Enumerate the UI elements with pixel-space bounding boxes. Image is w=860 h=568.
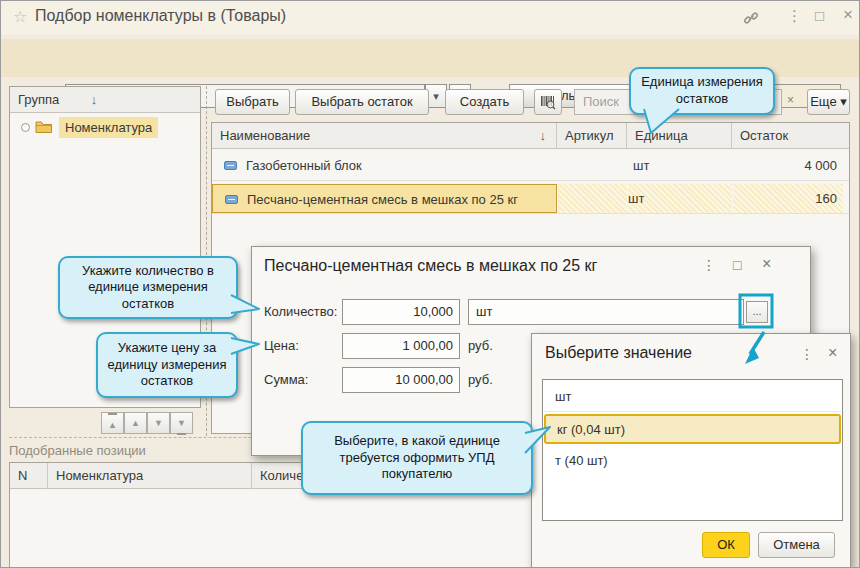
column-name-label: Наименование — [220, 128, 310, 143]
window-menu-kebab-icon[interactable]: ⋮ — [787, 7, 802, 25]
price-currency-label: руб. — [468, 333, 493, 359]
move-top-icon: ▲ — [108, 413, 117, 435]
price-input[interactable]: 1 000,00 — [342, 333, 460, 359]
move-bottom-button[interactable]: ▼ — [170, 412, 193, 434]
picked-positions-title: Подобранные позиции — [9, 443, 146, 458]
sum-label: Сумма: — [264, 367, 308, 393]
window-close-icon[interactable]: × — [843, 5, 853, 25]
column-unit-label: Единица — [635, 128, 688, 143]
unit-options-list: шт кг (0,04 шт) т (40 шт) — [542, 379, 843, 521]
dialog-close-icon[interactable]: × — [762, 255, 771, 273]
chevron-down-icon: ▾ — [433, 90, 439, 102]
move-bottom-icon: ▼ — [177, 413, 186, 435]
selected-name-cell: Песчано-цементная смесь в мешках по 25 к… — [212, 184, 557, 213]
column-article-label: Артикул — [565, 128, 613, 143]
picked-column-nomenclature[interactable]: Номенклатура — [48, 463, 252, 489]
cell-unit: шт — [633, 151, 732, 180]
select-button[interactable]: Выбрать — [215, 89, 290, 115]
callout-quantity: Укажите количество в единице измерения о… — [58, 256, 238, 319]
callout-upd: Выберите, в какой единице требуется офор… — [301, 421, 533, 495]
tree-expand-circle-icon[interactable] — [21, 123, 30, 132]
cell-name: Газобетонный блок — [246, 151, 556, 180]
dialog-kebab-icon[interactable]: ⋮ — [702, 257, 716, 273]
favorite-star-icon[interactable]: ☆ — [13, 7, 27, 26]
page-title: Подбор номенклатуры в (Товары) — [35, 7, 286, 25]
sort-descending-icon: ↓ — [91, 92, 98, 107]
cell-stock: 4 000 — [732, 151, 843, 180]
column-header-article[interactable]: Артикул — [557, 123, 627, 149]
tree-item-label: Номенклатура — [59, 117, 158, 138]
value-dialog-kebab-icon[interactable]: ⋮ — [800, 346, 814, 362]
list-item-t[interactable]: т (40 шт) — [544, 446, 841, 476]
column-header-stock[interactable]: Остаток — [732, 123, 849, 149]
picked-column-n[interactable]: N — [10, 463, 48, 489]
column-header-name[interactable]: Наименование ↓ — [212, 123, 557, 149]
create-button[interactable]: Создать — [445, 89, 524, 115]
callout-price: Укажите цену за единицу измерения остатк… — [96, 332, 238, 398]
move-top-button[interactable]: ▲ — [101, 412, 124, 434]
select-stock-button[interactable]: Выбрать остаток — [295, 89, 429, 115]
list-item-sht[interactable]: шт — [544, 382, 841, 412]
move-up-button[interactable]: ▲ — [124, 412, 147, 434]
app-window: ☆ Подбор номенклатуры в (Товары) ⋮ □ × Н… — [0, 0, 860, 568]
item-icon — [225, 195, 238, 204]
callout-unit: Единица измерения остатков — [629, 67, 775, 115]
folder-icon — [35, 120, 53, 134]
move-up-icon: ▲ — [131, 418, 140, 428]
cell-article — [558, 184, 627, 213]
table-row-selected[interactable]: Песчано-цементная смесь в мешках по 25 к… — [212, 184, 849, 214]
dialog-maximize-icon[interactable]: □ — [733, 257, 741, 273]
column-header-unit[interactable]: Единица — [627, 123, 732, 149]
value-dialog-close-icon[interactable]: × — [828, 344, 837, 362]
quantity-dialog-title: Песчано-цементная смесь в мешках по 25 к… — [264, 257, 597, 275]
value-dialog: Выберите значение ⋮ × шт кг (0,04 шт) т … — [531, 333, 851, 568]
cell-stock: 160 — [733, 184, 843, 213]
list-item-kg-selected[interactable]: кг (0,04 шт) — [544, 414, 841, 444]
link-icon[interactable] — [743, 10, 759, 26]
table-row[interactable]: Газобетонный блок шт 4 000 — [212, 151, 849, 181]
value-dialog-title: Выберите значение — [545, 344, 692, 362]
title-bar: ☆ Подбор номенклатуры в (Товары) ⋮ □ × — [1, 1, 860, 35]
sum-input[interactable]: 10 000,00 — [342, 367, 460, 393]
unit-select-button[interactable]: ... — [746, 301, 768, 323]
unit-input[interactable]: шт — [468, 299, 744, 325]
picked-nomenclature-label: Номенклатура — [56, 468, 143, 483]
tree-item-nomenclatura[interactable]: Номенклатура — [11, 114, 200, 140]
item-icon — [224, 161, 237, 170]
column-stock-label: Остаток — [740, 128, 788, 143]
move-down-icon: ▼ — [154, 418, 163, 428]
group-column-header[interactable]: Группа ↓ — [10, 87, 200, 113]
cell-unit: шт — [628, 184, 732, 213]
barcode-icon — [540, 94, 556, 110]
quantity-label: Количество: — [264, 299, 337, 325]
barcode-scan-button[interactable] — [534, 89, 562, 115]
quantity-input[interactable]: 10,000 — [342, 299, 460, 325]
ok-button[interactable]: ОК — [702, 532, 750, 558]
picked-n-label: N — [18, 468, 27, 483]
price-label: Цена: — [264, 333, 299, 359]
cell-name: Песчано-цементная смесь в мешках по 25 к… — [247, 185, 555, 214]
group-header-label: Группа — [18, 92, 59, 107]
move-down-button[interactable]: ▼ — [147, 412, 170, 434]
more-button[interactable]: Еще ▾ — [807, 89, 850, 115]
sum-currency-label: руб. — [468, 367, 493, 393]
window-maximize-icon[interactable]: □ — [815, 7, 824, 24]
cancel-button[interactable]: Отмена — [758, 532, 835, 558]
sort-descending-icon: ↓ — [540, 123, 547, 148]
quick-search-clear-icon[interactable]: × — [787, 93, 794, 107]
